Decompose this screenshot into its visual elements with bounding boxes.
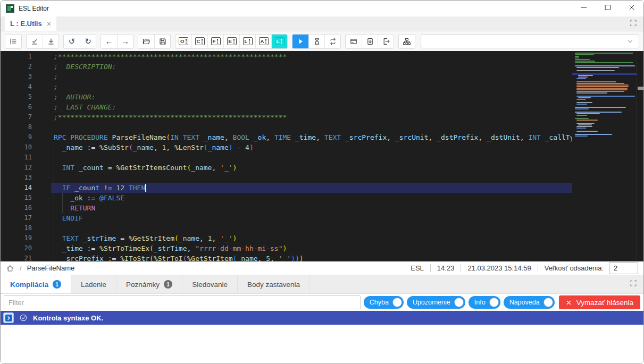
list-O-button[interactable]: O [175, 35, 191, 48]
breadcrumb-procedure-name[interactable]: ParseFileName [27, 264, 75, 272]
maximize-editor-icon[interactable] [629, 19, 638, 29]
code-line[interactable]: RETURN [51, 203, 572, 213]
code-line[interactable]: ; LAST CHANGE: [51, 102, 572, 112]
minimap-line [576, 104, 587, 105]
code-token: IN [170, 133, 179, 141]
code-line[interactable] [51, 153, 572, 163]
toggle-n-poveda[interactable]: Nápoveda [504, 296, 555, 309]
code-area[interactable]: ;***************************************… [51, 51, 572, 261]
toggle-chyba[interactable]: Chyba [364, 296, 404, 309]
code-line[interactable]: ; AUTHOR: [51, 92, 572, 102]
code-line[interactable] [51, 122, 572, 132]
home-icon[interactable] [6, 264, 14, 273]
list-E-button[interactable]: E [223, 35, 239, 48]
code-token: "rrrr-dd-mm-hh-mi-ss" [195, 244, 282, 252]
panel-tab-pozn-mky[interactable]: Poznámky1 [116, 275, 182, 293]
open-file-icon [142, 37, 150, 46]
letter-O-list-icon: O [179, 37, 188, 45]
editor-scrollbar[interactable] [637, 51, 643, 261]
code-token: ( [204, 143, 208, 151]
minimap-line [576, 89, 628, 90]
code-token [199, 133, 204, 141]
code-line[interactable]: ENDIF [51, 213, 572, 223]
close-button[interactable] [620, 1, 643, 16]
panel-tab-body-zastavenia[interactable]: Body zastavenia [238, 275, 310, 293]
code-line[interactable]: _time := %StrToTimeEx(_strTime, "rrrr-dd… [51, 243, 572, 253]
code-line[interactable]: ; [51, 82, 572, 92]
panel-button[interactable] [346, 35, 362, 48]
navigate-back-button[interactable]: ← [101, 35, 117, 48]
code-line[interactable]: _name := %SubStr(_name, 1, %LenStr(_name… [51, 142, 572, 153]
code-line[interactable]: RPC PROCEDURE ParseFileName(IN TEXT _nam… [51, 132, 572, 142]
toggle-info[interactable]: Info [469, 296, 500, 309]
code-token: , [224, 133, 233, 141]
save-button[interactable] [154, 35, 170, 48]
code-line[interactable]: IF _count != 12 THEN [51, 183, 572, 193]
minimap[interactable] [572, 51, 637, 261]
navigate-forward-button[interactable]: → [117, 35, 133, 48]
apply-button[interactable] [43, 35, 58, 48]
wait-button[interactable] [308, 35, 324, 48]
panel-tab-kompil-cia[interactable]: Kompilácia1 [1, 275, 71, 293]
code-token: @FALSE [99, 194, 124, 202]
syntax-check-button[interactable] [27, 35, 43, 48]
run-button[interactable] [292, 35, 308, 48]
toggle-upozornenie[interactable]: Upozornenie [407, 296, 465, 309]
toggle-knob [392, 298, 402, 307]
list-L-active-button[interactable]: L [271, 35, 287, 48]
text-cursor [145, 184, 146, 192]
redo-button[interactable]: ↻ [80, 35, 96, 48]
code-token: := [83, 143, 99, 151]
code-token: THEN [129, 184, 145, 192]
code-line[interactable]: INT _count = %GetStrItemsCount(_name, '_… [51, 163, 572, 173]
tab-e-utils[interactable]: L : E.Utils × [5, 16, 56, 31]
repeat-button[interactable] [324, 35, 340, 48]
code-line[interactable] [51, 173, 572, 183]
code-line[interactable]: ; [51, 72, 572, 82]
code-token: , [316, 133, 324, 141]
format-indent-button[interactable] [5, 35, 21, 48]
redo-icon: ↻ [85, 37, 91, 45]
panel-tab-sledovanie[interactable]: Sledovanie [182, 275, 238, 293]
code-line[interactable]: ; DESCRIPTION: [51, 62, 572, 72]
clear-messages-label: Vymazať hlásenia [576, 299, 633, 307]
tab-close-icon[interactable]: × [47, 20, 51, 28]
code-line[interactable] [51, 223, 572, 233]
code-line[interactable]: TEXT _strTime = %GetStrItem(_name, 1, '_… [51, 233, 572, 243]
panel-tab-ladenie[interactable]: Ladenie [71, 275, 116, 293]
toolbar-group [398, 34, 415, 49]
code-token: _name [133, 143, 154, 151]
minimap-line [578, 97, 591, 98]
list-L-button[interactable]: L [239, 35, 255, 48]
export-document-button[interactable] [378, 35, 394, 48]
code-line[interactable]: ;***************************************… [51, 112, 572, 122]
filter-input[interactable] [4, 295, 361, 309]
code-token [70, 184, 74, 192]
open-button[interactable] [138, 35, 154, 48]
minimize-button[interactable] [572, 1, 596, 16]
maximize-panel-icon[interactable] [629, 279, 638, 290]
message-row[interactable]: Kontrola syntaxe OK. [1, 311, 643, 325]
code-token: _ok [70, 194, 82, 202]
panel-tab-label: Kompilácia [10, 281, 48, 289]
expand-message-button[interactable] [3, 312, 14, 323]
code-token: TIME [274, 133, 291, 141]
indent-size-input[interactable] [609, 263, 638, 274]
code-editor[interactable]: 123456789101112131415161718192021 ;*****… [1, 51, 643, 261]
list-F-button[interactable]: F [207, 35, 223, 48]
code-line[interactable]: _srcPrefix := %IToStr(%StrToI(%GetStrIte… [51, 253, 572, 261]
call-tree-button[interactable] [399, 35, 415, 48]
undo-button[interactable]: ↺ [64, 35, 80, 48]
maximize-button[interactable] [596, 1, 620, 16]
minimap-line [575, 134, 612, 135]
toolbar-group [5, 34, 22, 49]
code-token: _time [62, 244, 83, 252]
code-token: ( [166, 133, 170, 141]
code-line[interactable]: ;***************************************… [51, 52, 572, 62]
list-A-button[interactable]: A [255, 35, 271, 48]
import-document-button[interactable] [362, 35, 378, 48]
list-C-button[interactable]: C [191, 35, 207, 48]
code-line[interactable]: _ok := @FALSE [51, 193, 572, 203]
clear-messages-button[interactable]: Vymazať hlásenia [559, 295, 640, 309]
procedure-combobox[interactable] [421, 35, 639, 48]
